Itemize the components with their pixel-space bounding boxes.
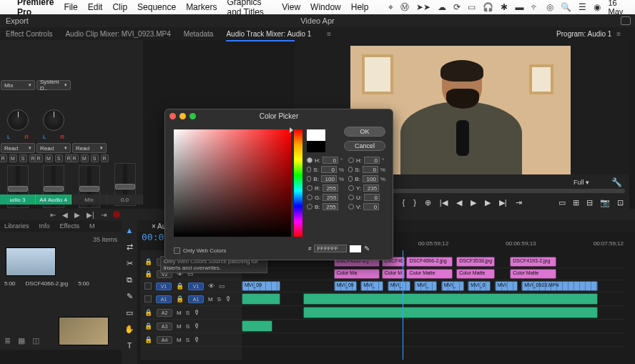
mark-out-icon[interactable]: } — [413, 198, 416, 207]
export-frame-icon[interactable]: ⊟ — [586, 198, 593, 207]
go-to-in-icon[interactable]: |◀ — [440, 198, 448, 207]
clip[interactable]: MVI_ — [414, 281, 437, 291]
r-button[interactable]: R — [0, 154, 7, 162]
project-thumb-2[interactable] — [59, 317, 109, 345]
clip[interactable]: Color Matte — [456, 269, 495, 279]
g-input[interactable] — [323, 194, 338, 201]
extract-button-icon[interactable]: ⊞ — [573, 198, 579, 207]
list-view-icon[interactable]: ≣ — [4, 336, 11, 345]
control-center-icon[interactable]: ☰ — [579, 2, 586, 12]
search-icon[interactable]: 🔍 — [561, 2, 571, 12]
tab-effect-controls[interactable]: Effect Controls — [6, 28, 52, 40]
sync-icon[interactable]: ⟳ — [453, 2, 461, 12]
s2-input[interactable] — [363, 166, 378, 173]
play-icon[interactable]: ▶ — [74, 211, 80, 219]
export-button[interactable]: Export — [6, 16, 29, 25]
step-back-icon[interactable]: ◀ — [62, 211, 68, 219]
track-label-4[interactable]: A4 Audio 4 — [36, 195, 72, 205]
tab-audio-track-mixer[interactable]: Audio Track Mixer: Audio 1 — [226, 28, 311, 40]
u-input[interactable] — [364, 194, 380, 201]
pan-knob-1[interactable] — [7, 109, 29, 131]
read-dropdown-3[interactable]: Read — [72, 143, 107, 153]
menu-file[interactable]: File — [64, 2, 77, 12]
h-radio[interactable] — [307, 157, 312, 163]
playhead[interactable] — [403, 250, 403, 360]
rectangle-tool-icon[interactable]: ▭ — [124, 307, 135, 318]
clip[interactable] — [242, 293, 280, 305]
battery-icon[interactable]: ▬ — [515, 2, 523, 12]
menu-help[interactable]: Help — [351, 2, 369, 12]
h2-input[interactable] — [364, 157, 380, 164]
selection-tool-icon[interactable]: ▲ — [124, 225, 135, 236]
clip[interactable]: DSCF3538.jpg — [456, 257, 495, 267]
r-input[interactable] — [323, 185, 338, 192]
s-input[interactable] — [321, 166, 337, 173]
menu-window[interactable]: Window — [310, 2, 341, 12]
menu-view[interactable]: View — [282, 2, 300, 12]
workspace-icon[interactable] — [621, 16, 631, 25]
globe-icon[interactable]: ◎ — [546, 2, 553, 12]
menu-edit[interactable]: Edit — [88, 2, 103, 12]
menu-markers[interactable]: Markers — [186, 2, 217, 12]
clip[interactable] — [242, 320, 272, 332]
v-input[interactable] — [363, 203, 379, 210]
comparison-view-icon[interactable]: ⊡ — [617, 198, 624, 207]
blue-input[interactable] — [323, 203, 338, 210]
camera-icon[interactable]: 📷 — [600, 198, 610, 207]
clip[interactable]: MVI_ — [388, 281, 410, 291]
discord-icon[interactable]: ☁ — [438, 2, 446, 12]
b-input[interactable] — [321, 175, 337, 182]
eyedropper-icon[interactable]: ✎ — [364, 245, 370, 252]
read-dropdown-2[interactable]: Read — [36, 143, 71, 153]
slip-tool-icon[interactable]: ⧉ — [124, 274, 135, 285]
s-button[interactable]: S — [19, 154, 27, 162]
play-toggle-icon[interactable]: ▶ — [471, 198, 476, 207]
tab-program[interactable]: Program: Audio 1 ≡ — [556, 28, 621, 40]
tab-more[interactable]: M — [89, 222, 95, 230]
tab-audio-clip-mixer[interactable]: Audio Clip Mixer: MVI_0923.MP4 — [65, 28, 170, 40]
clip[interactable]: MVI_ — [441, 281, 464, 291]
clip[interactable]: Color Matte — [406, 269, 452, 279]
hue-handle[interactable] — [290, 127, 293, 133]
tab-libraries[interactable]: Libraries — [4, 222, 29, 230]
clip[interactable]: Color Ma — [334, 269, 380, 279]
tab-metadata[interactable]: Metadata — [184, 28, 214, 40]
clip[interactable]: MVI_09 — [334, 281, 357, 291]
tab-effects[interactable]: Effects — [60, 222, 79, 230]
menu-sequence[interactable]: Sequence — [137, 2, 176, 12]
clip[interactable]: MVI_0 — [468, 281, 491, 291]
clip[interactable] — [303, 307, 599, 318]
pan-knob-2[interactable] — [43, 109, 64, 131]
track-select-tool-icon[interactable]: ⇄ — [124, 241, 135, 252]
only-web-colors[interactable]: Only Web Colors — [174, 247, 226, 254]
hue-slider[interactable] — [294, 129, 302, 237]
tab-info[interactable]: Info — [39, 222, 50, 230]
ok-button[interactable]: OK — [344, 127, 385, 137]
hand-tool-icon[interactable]: ✋ — [124, 323, 135, 335]
type-tool-icon[interactable]: T — [124, 340, 135, 351]
mark-in-icon[interactable]: { — [402, 198, 405, 207]
clip[interactable]: MVI — [495, 281, 518, 291]
clip[interactable]: MVI_0923.MP4 — [521, 281, 598, 291]
color-gradient-field[interactable] — [174, 129, 291, 237]
clip[interactable]: MVI_09 — [242, 281, 280, 291]
tool-icon[interactable]: ⌖ — [388, 2, 393, 12]
clip[interactable]: MVI_ — [360, 281, 383, 291]
siri-icon[interactable]: ◉ — [594, 2, 601, 12]
resolution-dropdown[interactable]: Full ▾ — [574, 179, 589, 186]
freeform-icon[interactable]: ◫ — [32, 336, 39, 345]
cancel-button[interactable]: Cancel — [344, 141, 385, 151]
menu-clip[interactable]: Clip — [112, 2, 127, 12]
step-fwd-icon[interactable]: ▶| — [87, 211, 94, 219]
b2-input[interactable] — [363, 175, 378, 182]
go-in-icon[interactable]: ⇤ — [50, 211, 56, 219]
add-marker-icon[interactable]: ⊕ — [425, 198, 431, 207]
settings-icon[interactable]: 🔧 — [611, 177, 622, 187]
track-header-a1[interactable]: A1🔒A1MS🎙 — [140, 292, 242, 306]
y-input[interactable] — [363, 185, 379, 192]
wifi-icon[interactable]: ᯤ — [531, 2, 539, 12]
lift-icon[interactable]: ⇥ — [516, 198, 522, 207]
track-header-a4[interactable]: 🔒A4MS🎙 — [140, 333, 242, 347]
m-button[interactable]: M — [9, 154, 17, 162]
display-icon[interactable]: ▭ — [468, 2, 476, 12]
